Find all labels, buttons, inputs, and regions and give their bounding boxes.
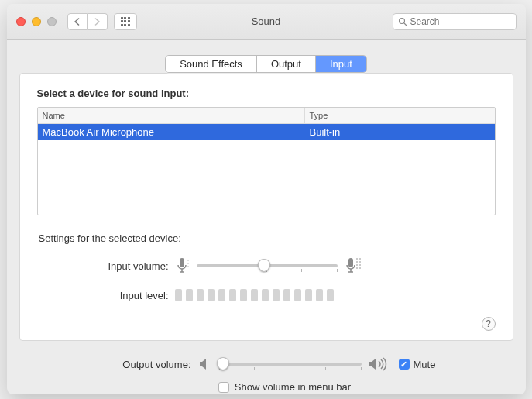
titlebar: Sound bbox=[7, 4, 526, 40]
tab-input[interactable]: Input bbox=[316, 56, 366, 72]
grid-icon bbox=[121, 17, 130, 26]
speaker-low-icon bbox=[197, 356, 213, 372]
input-level-label: Input level: bbox=[37, 290, 175, 301]
search-icon bbox=[398, 17, 407, 26]
help-button[interactable]: ? bbox=[482, 317, 496, 331]
tab-bar: Sound Effects Output Input bbox=[19, 55, 513, 73]
svg-rect-2 bbox=[180, 258, 184, 267]
col-type[interactable]: Type bbox=[305, 108, 495, 123]
output-volume-row: Output volume: Mute bbox=[19, 356, 513, 372]
svg-point-13 bbox=[356, 264, 358, 266]
zoom-icon bbox=[47, 17, 57, 26]
tab-output[interactable]: Output bbox=[257, 56, 316, 72]
window-controls bbox=[16, 17, 57, 26]
mute-label: Mute bbox=[414, 359, 436, 370]
mic-high-icon bbox=[344, 255, 362, 277]
mute-checkbox[interactable] bbox=[399, 359, 410, 370]
svg-line-1 bbox=[404, 23, 407, 26]
device-table: Name Type MacBook Air Microphone Built-i… bbox=[37, 107, 496, 215]
speaker-high-icon bbox=[368, 356, 393, 372]
nav-buttons bbox=[67, 13, 108, 30]
input-volume-row: Input volume: bbox=[37, 255, 496, 277]
table-header: Name Type bbox=[38, 108, 495, 124]
svg-point-16 bbox=[359, 261, 361, 263]
col-name[interactable]: Name bbox=[38, 108, 305, 123]
svg-point-7 bbox=[187, 266, 189, 267]
svg-point-5 bbox=[187, 260, 189, 261]
input-panel: Select a device for sound input: Name Ty… bbox=[19, 73, 513, 341]
show-volume-checkbox[interactable] bbox=[218, 382, 229, 393]
svg-point-18 bbox=[359, 267, 361, 269]
svg-rect-8 bbox=[348, 258, 353, 267]
search-field[interactable] bbox=[393, 13, 517, 30]
table-row[interactable]: MacBook Air Microphone Built-in bbox=[38, 124, 495, 140]
search-input[interactable] bbox=[410, 16, 511, 27]
show-volume-row: Show volume in menu bar bbox=[57, 381, 513, 393]
show-volume-label: Show volume in menu bar bbox=[235, 381, 351, 393]
svg-point-11 bbox=[356, 258, 358, 260]
tab-sound-effects[interactable]: Sound Effects bbox=[166, 56, 257, 72]
input-level-row: Input level: bbox=[37, 289, 496, 301]
back-button[interactable] bbox=[67, 13, 88, 30]
svg-point-0 bbox=[399, 18, 404, 23]
output-volume-label: Output volume: bbox=[19, 359, 197, 370]
close-icon[interactable] bbox=[16, 17, 26, 26]
device-type: Built-in bbox=[305, 124, 345, 140]
select-device-label: Select a device for sound input: bbox=[37, 88, 496, 99]
mic-low-icon bbox=[175, 255, 190, 277]
svg-point-6 bbox=[187, 263, 189, 264]
minimize-icon[interactable] bbox=[32, 17, 41, 26]
svg-point-12 bbox=[356, 261, 358, 263]
forward-button[interactable] bbox=[88, 13, 108, 30]
show-all-button[interactable] bbox=[114, 13, 137, 30]
input-level-meter bbox=[175, 289, 334, 301]
svg-point-15 bbox=[359, 258, 361, 260]
output-volume-slider[interactable] bbox=[219, 363, 362, 366]
svg-point-14 bbox=[356, 267, 358, 269]
window-title: Sound bbox=[252, 15, 281, 27]
settings-label: Settings for the selected device: bbox=[39, 232, 496, 244]
input-volume-label: Input volume: bbox=[37, 260, 175, 272]
svg-point-17 bbox=[359, 264, 361, 266]
device-name: MacBook Air Microphone bbox=[38, 124, 305, 140]
input-volume-slider[interactable] bbox=[197, 264, 338, 267]
